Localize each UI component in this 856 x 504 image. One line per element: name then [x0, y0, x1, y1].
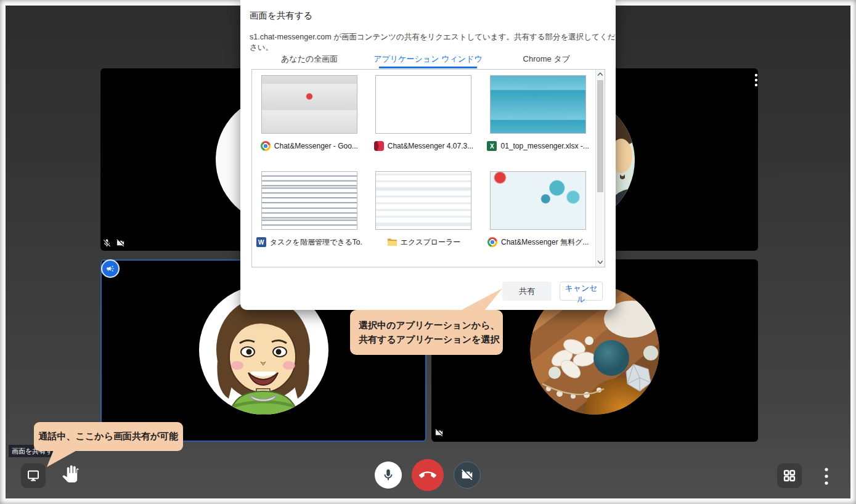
grid-view-icon — [782, 468, 797, 483]
app-window-thumbnail-3[interactable]: 01_top_messenger.xlsx -... — [481, 75, 595, 171]
mic-off-icon — [102, 238, 112, 250]
more-vertical-icon — [752, 73, 760, 87]
app-window-thumbnail-6[interactable]: Chat&Messenger 無料グ... — [481, 171, 595, 267]
excel-icon — [487, 141, 497, 151]
callout-tail — [459, 288, 505, 312]
word-icon — [256, 237, 266, 247]
window-title: Chat&Messenger 無料グ... — [501, 237, 589, 248]
window-preview — [490, 171, 586, 230]
window-preview — [261, 75, 357, 134]
scroll-down-arrow[interactable] — [596, 258, 605, 267]
tab-application-window[interactable]: アプリケーション ウィンドウ — [369, 52, 487, 67]
screen-share-icon — [26, 468, 41, 483]
dialog-subtitle: s1.chat-messenger.com が画面コンテンツの共有をリクエストし… — [250, 32, 616, 53]
scroll-up-arrow[interactable] — [596, 70, 605, 79]
tile-more-menu[interactable] — [748, 73, 764, 89]
camera-off-icon — [434, 428, 444, 440]
more-options-button[interactable] — [818, 465, 834, 489]
folder-icon — [387, 237, 397, 247]
share-source-tabs: あなたの全画面 アプリケーション ウィンドウ Chrome タブ — [250, 52, 606, 67]
chrome-icon — [261, 141, 271, 151]
scrollbar-thumb[interactable] — [597, 80, 603, 192]
app-window-thumbnail-1[interactable]: Chat&Messenger - Goo... — [252, 75, 367, 171]
mic-button[interactable] — [375, 461, 402, 489]
cancel-button[interactable]: キャンセル — [560, 282, 603, 301]
tab-chrome-tab[interactable]: Chrome タブ — [487, 52, 606, 67]
window-preview — [375, 171, 471, 230]
speaking-indicator-badge — [101, 259, 120, 278]
tab-entire-screen[interactable]: あなたの全画面 — [250, 52, 369, 67]
window-title: タスクを階層管理できるTo... — [270, 237, 362, 248]
mic-on-icon — [381, 468, 395, 482]
camera-toggle-button[interactable] — [454, 461, 481, 489]
window-preview — [261, 171, 357, 230]
hang-up-button[interactable] — [412, 459, 444, 491]
chat-messenger-icon — [374, 141, 384, 151]
window-title: Chat&Messenger 4.07.3... — [388, 142, 473, 150]
grid-view-button[interactable] — [777, 463, 802, 488]
screen-share-dialog: 画面を共有する s1.chat-messenger.com が画面コンテンツの共… — [240, 0, 616, 310]
camera-off-icon — [116, 238, 125, 250]
megaphone-icon — [106, 264, 115, 273]
window-preview — [490, 75, 586, 134]
chrome-icon — [487, 237, 497, 247]
share-button[interactable]: 共有 — [502, 282, 552, 301]
hang-up-icon — [419, 466, 436, 484]
window-title: エクスプローラー — [401, 237, 461, 248]
more-vertical-icon — [822, 466, 831, 487]
app-window-thumbnail-5[interactable]: エクスプローラー — [367, 171, 481, 267]
window-title: 01_top_messenger.xlsx -... — [500, 142, 589, 150]
callout-line: 通話中、ここから画面共有が可能 — [39, 431, 179, 442]
dialog-title: 画面を共有する — [250, 10, 313, 22]
thumbnail-scrollbar[interactable] — [595, 70, 605, 267]
window-title: Chat&Messenger - Goo... — [274, 142, 358, 150]
app-window-thumbnail-4[interactable]: タスクを階層管理できるTo... — [252, 171, 367, 267]
callout-line: 選択中のアプリケーションから、 — [359, 318, 503, 332]
window-preview — [375, 75, 471, 134]
app-window-thumbnail-2[interactable]: Chat&Messenger 4.07.3... — [367, 75, 481, 171]
camera-off-icon — [460, 468, 474, 482]
callout-screen-share-hint: 通話中、ここから画面共有が可能 — [34, 422, 183, 451]
callout-select-application: 選択中のアプリケーションから、 共有するアプリケーションを選択 — [350, 310, 503, 355]
callout-tail — [42, 449, 85, 468]
callout-line: 共有するアプリケーションを選択 — [359, 332, 503, 346]
window-thumbnail-panel: Chat&Messenger - Goo... Chat&Messenger 4… — [251, 69, 605, 267]
